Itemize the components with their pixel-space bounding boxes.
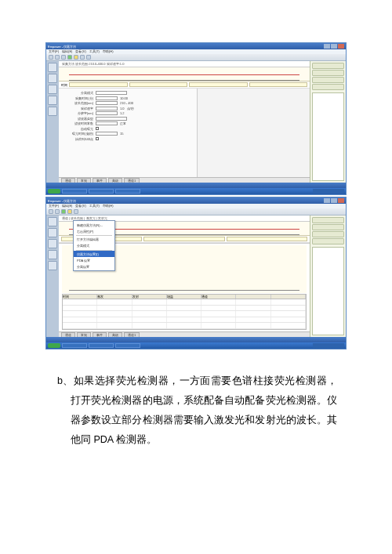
gradient-cell[interactable] [129,82,188,87]
right-panel-list[interactable] [312,247,344,335]
minimize-button[interactable] [324,198,330,203]
taskbar-item[interactable] [89,343,114,348]
minimize-button[interactable] [324,44,330,49]
right-panel-button[interactable] [312,70,344,76]
context-menu-item[interactable]: 打开方法编辑器 [74,237,114,243]
start-button[interactable] [48,343,60,348]
toolbar-pause-icon[interactable] [74,55,78,60]
window-title: Empower - 仪器方法 [48,199,76,203]
chrom-trace [69,74,299,75]
gradient-cell[interactable] [189,82,248,87]
rail-button[interactable] [48,96,57,105]
auto-exposure-checkbox[interactable] [96,127,99,130]
context-menu-item-selected[interactable]: 仪器方法设置(I) [74,251,114,257]
right-panel-button[interactable] [312,231,344,237]
exposure-time-input[interactable] [96,132,118,136]
grid-row[interactable] [63,306,306,312]
system-tray[interactable] [313,343,344,348]
toolbar-btn[interactable] [74,209,78,214]
right-panel-button[interactable] [312,217,344,223]
toolbar-btn[interactable] [55,55,60,60]
taskbar-item[interactable] [89,189,114,194]
close-button[interactable] [338,198,344,203]
time-program-grid[interactable]: 时间 激发 发射 增益 通道 [62,294,307,330]
grid-col: 增益 [167,295,201,299]
rail-button[interactable] [48,239,57,248]
context-menu-item[interactable]: 分离模式 [74,243,114,249]
toolbar-btn[interactable] [49,55,53,60]
right-panel-button[interactable] [312,224,344,230]
content-area: 采集方法 波长范围:210.0-400.0 采样速率:1.0 时间 分离模式 采… [46,61,346,183]
filter-type-select[interactable] [96,117,127,121]
maximize-button[interactable] [331,44,337,49]
toolbar-run-icon[interactable] [61,209,66,214]
rail-button[interactable] [48,85,57,94]
gradient-cell[interactable] [249,82,308,87]
context-menu-item[interactable]: 右击属性(P) [74,228,114,234]
menu-separator [76,235,112,236]
right-panel-button[interactable] [312,63,344,69]
close-button[interactable] [338,44,344,49]
wavelength-range-input[interactable] [96,101,118,105]
main-panel: 采集方法 波长范围:210.0-400.0 采样速率:1.0 时间 分离模式 采… [59,61,310,183]
context-menu-item[interactable]: 分离设置 [74,263,114,270]
tab-channel[interactable]: 通道 [61,332,75,337]
windows-taskbar [46,188,346,194]
toolbar-btn[interactable] [61,55,66,60]
maximize-button[interactable] [331,198,337,203]
toolbar-btn[interactable] [80,55,85,60]
rail-button[interactable] [48,228,57,237]
taskbar-item[interactable] [62,189,87,194]
right-panel-button[interactable] [312,238,344,244]
start-button[interactable] [48,189,60,194]
sample-rate-input[interactable] [96,107,118,110]
resolution-input[interactable] [96,111,118,115]
toolbar-run-icon[interactable] [67,55,72,60]
right-panel-list[interactable] [312,92,344,181]
context-menu-item[interactable]: PDA 设置 [74,257,114,263]
rail-button[interactable] [48,107,57,116]
toolbar-btn[interactable] [55,209,60,214]
tab-advanced[interactable]: 高级 [108,332,122,337]
toolbar-pause-icon[interactable] [67,209,72,214]
chrom-header-text: 采集方法 波长范围:210.0-400.0 采样速率:1.0 [62,62,124,66]
gradient-cell[interactable] [69,82,128,87]
taskbar-item[interactable] [115,189,140,194]
rail-button[interactable] [48,74,57,83]
tab-events[interactable]: 事件 [93,332,107,337]
gradient-cell[interactable] [227,237,307,241]
gradient-cell[interactable] [143,237,224,241]
rail-button[interactable] [48,250,57,259]
interpolate-checkbox[interactable] [96,137,99,140]
filter-const-input[interactable] [96,121,118,125]
system-tray[interactable] [313,189,344,194]
tab-ch1[interactable]: 通道1 [124,332,140,337]
grid-row[interactable] [63,323,306,329]
taskbar-item[interactable] [115,343,140,348]
param-label: 滤波器类型 [62,117,93,121]
param-label: 分离模式 [62,91,93,95]
rail-button[interactable] [48,217,57,226]
window-titlebar: Empower - 仪器方法 [46,43,346,49]
right-panel-button[interactable] [312,77,344,83]
taskbar-item[interactable] [62,343,87,348]
gradient-label: 时间 [61,83,67,87]
param-unit: 点/秒 [127,107,134,110]
chromatogram-plot[interactable] [59,67,310,81]
param-value: 15 [120,132,123,136]
context-menu-item[interactable]: 新建仪器方法(N)... [74,222,114,228]
grid-row[interactable] [63,311,306,317]
context-menu: 新建仪器方法(N)... 右击属性(P) 打开方法编辑器 分离模式 仪器方法设置… [73,220,115,271]
rail-button[interactable] [48,63,57,72]
toolbar-btn[interactable] [49,209,53,214]
tab-general[interactable]: 常规 [77,332,91,337]
separation-mode-select[interactable] [96,91,127,95]
grid-row[interactable] [63,299,306,306]
rail-button[interactable] [48,261,57,270]
param-label: 采集时间(分) [62,96,93,100]
toolbar-btn[interactable] [86,55,91,60]
toolbar [46,54,346,61]
grid-row[interactable] [63,317,306,324]
acq-time-input[interactable] [96,96,118,100]
right-panel-button[interactable] [312,84,344,90]
